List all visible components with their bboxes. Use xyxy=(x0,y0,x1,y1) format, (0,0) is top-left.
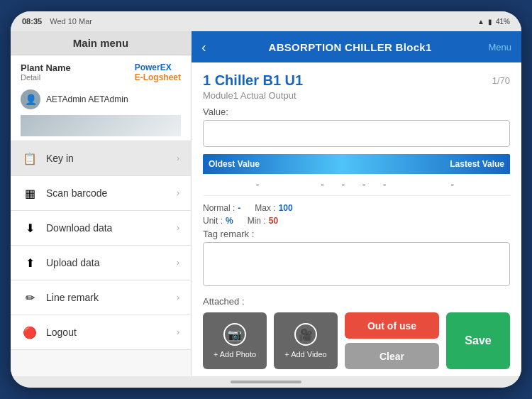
scan-barcode-chevron: › xyxy=(177,188,179,198)
out-of-use-button[interactable]: Out of use xyxy=(345,312,439,339)
wifi-icon: ▲ xyxy=(477,18,484,26)
right-panel: ‹ ABSORPTION CHILLER Block1 Menu 1 Chill… xyxy=(192,31,521,376)
top-nav: ‹ ABSORPTION CHILLER Block1 Menu xyxy=(192,31,521,62)
camera-icon: 📷 xyxy=(223,323,246,346)
cell-6: - xyxy=(395,174,510,196)
banner-image xyxy=(21,115,181,136)
home-bar xyxy=(231,381,301,383)
download-data-chevron: › xyxy=(177,223,179,233)
status-bar: 08:35 Wed 10 Mar ▲ ▮ 41% xyxy=(11,11,521,31)
normal-value: - xyxy=(238,203,240,213)
cell-3: - xyxy=(333,174,353,196)
sidebar-item-logout[interactable]: 🔴 Logout › xyxy=(11,315,191,350)
unit-value: % xyxy=(226,216,233,226)
tag-remark-input[interactable] xyxy=(203,242,510,286)
menu-button[interactable]: Menu xyxy=(488,42,511,53)
brand-sub: E-Logsheet xyxy=(135,72,181,82)
status-bar-right: ▲ ▮ 41% xyxy=(477,18,510,26)
clear-button[interactable]: Clear xyxy=(345,343,439,369)
cell-4: - xyxy=(353,174,374,196)
brand-col: PowerEX E-Logsheet xyxy=(135,62,181,82)
scan-barcode-icon: ▦ xyxy=(22,185,38,201)
user-row: 👤 AETAdmin AETAdmin xyxy=(21,87,181,112)
line-remark-chevron: › xyxy=(177,293,179,302)
module-subtitle: Module1 Actual Output xyxy=(203,90,510,101)
cell-2: - xyxy=(312,174,333,196)
sidebar-item-scan-barcode[interactable]: ▦ Scan barcode › xyxy=(11,176,191,211)
sidebar-title: Main menu xyxy=(11,31,191,55)
plant-info: Plant Name Detail PowerEX E-Logsheet 👤 A… xyxy=(11,55,191,141)
back-button[interactable]: ‹ xyxy=(201,39,206,55)
plant-name-col: Plant Name Detail xyxy=(21,62,71,82)
sidebar-item-key-in[interactable]: 📋 Key in › xyxy=(11,141,191,176)
scan-barcode-label: Scan barcode xyxy=(46,187,107,199)
chiller-title: 1 Chiller B1 U1 xyxy=(203,72,303,89)
action-row: 📷 + Add Photo 🎥 + Add Video Out of use C… xyxy=(203,312,510,369)
download-data-label: Download data xyxy=(46,222,112,234)
sidebar: Main menu Plant Name Detail PowerEX E-Lo… xyxy=(11,31,192,376)
value-input[interactable] xyxy=(203,120,510,147)
logout-chevron: › xyxy=(177,327,179,337)
plant-name-label: Plant Name xyxy=(21,62,71,73)
btn-group-right: Out of use Clear xyxy=(345,312,439,369)
plant-name-row: Plant Name Detail PowerEX E-Logsheet xyxy=(21,62,181,82)
video-icon: 🎥 xyxy=(294,323,317,346)
main-area: Main menu Plant Name Detail PowerEX E-Lo… xyxy=(11,31,521,376)
content-area: 1 Chiller B1 U1 1/70 Module1 Actual Outp… xyxy=(192,62,521,376)
min-label: Min : xyxy=(248,216,266,226)
add-photo-button[interactable]: 📷 + Add Photo xyxy=(203,312,267,369)
attached-label: Attached : xyxy=(203,296,510,307)
col3-header xyxy=(333,154,353,174)
content-header: 1 Chiller B1 U1 1/70 xyxy=(203,72,510,89)
cell-5: - xyxy=(375,174,395,196)
line-remark-label: Line remark xyxy=(46,292,99,303)
sidebar-item-download-data[interactable]: ⬇ Download data › xyxy=(11,211,191,246)
battery-icon: ▮ xyxy=(488,18,492,26)
add-video-label: + Add Video xyxy=(284,350,326,359)
logout-label: Logout xyxy=(46,327,77,338)
key-in-chevron: › xyxy=(177,153,179,163)
date: Wed 10 Mar xyxy=(50,17,92,26)
home-indicator xyxy=(11,376,521,388)
line-remark-icon: ✏ xyxy=(22,290,38,305)
info-row-1: Normal : - Max : 100 xyxy=(203,203,510,213)
save-button[interactable]: Save xyxy=(446,312,510,369)
max-value: 100 xyxy=(279,203,293,213)
key-in-icon: 📋 xyxy=(22,151,38,166)
min-value: 50 xyxy=(269,216,278,226)
normal-label: Normal : xyxy=(203,203,235,213)
add-video-button[interactable]: 🎥 + Add Video xyxy=(274,312,338,369)
nav-title: ABSORPTION CHILLER Block1 xyxy=(212,41,489,53)
col5-header xyxy=(375,154,395,174)
menu-items: 📋 Key in › ▦ Scan barcode › ⬇ Downloa xyxy=(11,141,191,376)
battery-level: 41% xyxy=(496,18,510,26)
upload-data-icon: ⬆ xyxy=(22,255,38,270)
page-indicator: 1/70 xyxy=(492,75,510,86)
tag-remark-label: Tag remark : xyxy=(203,229,510,239)
upload-data-chevron: › xyxy=(177,258,179,268)
avatar: 👤 xyxy=(21,89,40,109)
tablet-frame: 08:35 Wed 10 Mar ▲ ▮ 41% Main menu Plant… xyxy=(11,11,521,388)
logout-icon: 🔴 xyxy=(22,324,38,340)
info-row-2: Unit : % Min : 50 xyxy=(203,216,510,226)
user-name: AETAdmin AETAdmin xyxy=(46,94,128,104)
max-label: Max : xyxy=(255,203,275,213)
oldest-latest-table: Oldest Value Lastest Value - - - xyxy=(203,154,510,196)
brand-name: PowerEX xyxy=(135,62,181,72)
col4-header xyxy=(353,154,374,174)
value-label: Value: xyxy=(203,106,510,117)
sidebar-item-line-remark[interactable]: ✏ Line remark › xyxy=(11,280,191,315)
add-photo-label: + Add Photo xyxy=(214,350,256,359)
download-data-icon: ⬇ xyxy=(22,220,38,236)
table-row: - - - - - - xyxy=(203,174,510,196)
cell-1: - xyxy=(203,174,312,196)
upload-data-label: Upload data xyxy=(46,257,100,268)
plant-detail-label: Detail xyxy=(21,73,71,82)
key-in-label: Key in xyxy=(46,153,74,164)
unit-label: Unit : xyxy=(203,216,223,226)
sidebar-item-upload-data[interactable]: ⬆ Upload data › xyxy=(11,246,191,280)
oldest-value-header: Oldest Value xyxy=(203,154,312,174)
status-bar-left: 08:35 Wed 10 Mar xyxy=(22,17,92,26)
col2-header xyxy=(312,154,333,174)
time: 08:35 xyxy=(22,17,42,26)
